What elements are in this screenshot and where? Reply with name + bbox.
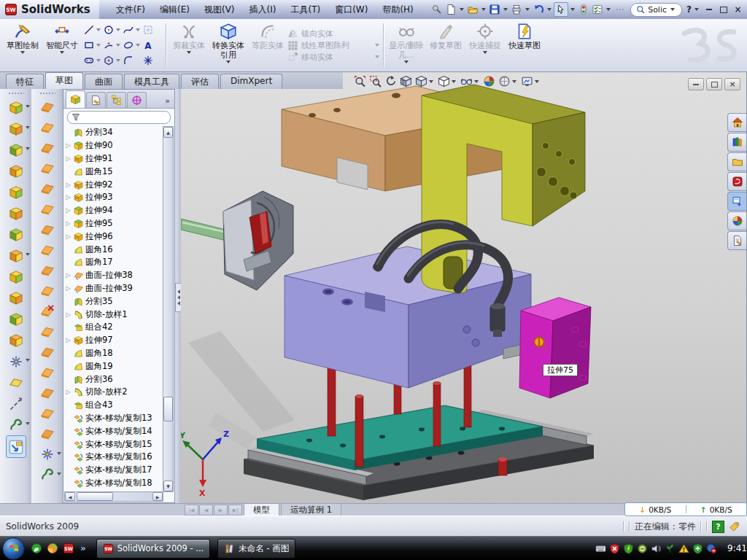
minimize-button[interactable] xyxy=(703,4,715,15)
doc-restore-button[interactable] xyxy=(706,78,722,90)
scene-icon[interactable] xyxy=(498,75,518,88)
search-input[interactable]: Solic xyxy=(630,3,682,17)
chevron-down-icon[interactable] xyxy=(606,8,611,11)
warning-icon[interactable] xyxy=(678,543,689,554)
close-button[interactable]: × xyxy=(732,4,744,15)
freeform-surface-icon[interactable] xyxy=(38,199,57,219)
graphics-viewport[interactable]: Y Z X × 拉伸75 xyxy=(181,72,747,503)
rebuild-icon[interactable] xyxy=(577,3,590,16)
circle-icon[interactable] xyxy=(103,23,123,38)
tree-item[interactable]: ▷切除-放样2 xyxy=(65,386,163,399)
quick-tips-icon[interactable]: ? xyxy=(712,521,724,533)
view-settings-icon[interactable] xyxy=(521,75,541,88)
scroll-down-icon[interactable]: ▼ xyxy=(163,481,173,491)
view-palette-icon[interactable] xyxy=(727,192,746,211)
tree-item[interactable]: 圆角18 xyxy=(65,347,163,360)
move-face-icon[interactable] xyxy=(38,362,57,383)
tree-item[interactable]: 实体-移动/复制15 xyxy=(65,438,163,451)
tab-评估[interactable]: 评估 xyxy=(181,74,219,89)
tree-item[interactable]: 分割36 xyxy=(65,373,163,386)
dimxpertmanager-tab[interactable] xyxy=(127,92,147,108)
expand-icon[interactable]: ▷ xyxy=(65,337,71,343)
boundary-surface-icon[interactable] xyxy=(38,179,57,199)
taskbar-button[interactable]: SWSolidWorks 2009 - ... xyxy=(96,539,211,559)
menu-h[interactable]: 帮助(H) xyxy=(376,1,419,18)
dome-icon[interactable] xyxy=(38,403,57,424)
plane-icon[interactable] xyxy=(7,372,26,393)
tree-item[interactable]: 组合43 xyxy=(65,399,163,412)
chevron-down-icon[interactable] xyxy=(670,8,675,11)
nav-[interactable]: ▶| xyxy=(228,505,242,516)
ejector-stub[interactable] xyxy=(498,457,507,475)
slot-icon[interactable] xyxy=(83,53,103,69)
point-icon[interactable] xyxy=(142,53,162,69)
launcher-icon[interactable] xyxy=(47,542,58,554)
overflow-icon[interactable] xyxy=(613,3,626,16)
shape-icon[interactable] xyxy=(38,424,57,444)
tab-曲面[interactable]: 曲面 xyxy=(85,74,123,89)
new-document-icon[interactable] xyxy=(444,3,457,16)
extruded-boss-icon[interactable] xyxy=(7,97,26,118)
tree-item[interactable]: ▷拉伸93 xyxy=(65,191,163,204)
fillet-surface-icon[interactable] xyxy=(38,281,57,301)
delete-face-icon[interactable] xyxy=(38,301,57,322)
move-copy-body-icon[interactable] xyxy=(7,330,26,351)
doc-close-button[interactable]: × xyxy=(724,78,740,90)
model-tab[interactable]: 模型 xyxy=(244,504,279,516)
display-style-icon[interactable] xyxy=(438,75,457,88)
draft-icon[interactable] xyxy=(7,203,26,224)
replace-face-icon[interactable] xyxy=(38,322,57,342)
tree-item[interactable]: ▷拉伸91 xyxy=(65,152,163,166)
volume-icon[interactable] xyxy=(651,543,662,554)
solidworks-search-icon[interactable] xyxy=(727,172,746,191)
tree-item[interactable]: 分割35 xyxy=(65,295,163,308)
curve-icon[interactable] xyxy=(38,464,57,485)
previous-view-icon[interactable] xyxy=(384,75,397,88)
chevron-down-icon[interactable] xyxy=(460,8,464,11)
resources-home-icon[interactable] xyxy=(727,113,746,132)
split-icon[interactable] xyxy=(7,287,26,308)
sync-blocked-icon[interactable] xyxy=(706,543,717,554)
appearances-icon[interactable] xyxy=(483,75,495,88)
trim-box-icon[interactable] xyxy=(142,23,162,38)
expand-icon[interactable]: ▷ xyxy=(65,207,71,214)
keyboard-icon[interactable] xyxy=(595,543,606,554)
model-tab[interactable]: 运动算例 1 xyxy=(281,504,341,516)
tree-item[interactable]: ▷拉伸96 xyxy=(65,230,163,243)
expand-icon[interactable]: ▷ xyxy=(65,311,71,318)
sprue-bushing-cutaway[interactable] xyxy=(181,191,293,290)
expand-icon[interactable]: ▷ xyxy=(65,220,71,227)
reference-geometry-icon[interactable] xyxy=(7,351,26,372)
tab-草图[interactable]: 草图 xyxy=(45,72,83,89)
rib-icon[interactable] xyxy=(7,160,26,182)
tree-vertical-scrollbar[interactable]: ▲ ▼ xyxy=(163,126,174,492)
expand-icon[interactable]: ▷ xyxy=(65,142,71,149)
update-icon[interactable] xyxy=(637,543,648,554)
expand-icon[interactable]: ▷ xyxy=(65,285,71,292)
zoom-area-icon[interactable] xyxy=(369,75,382,88)
extend-surface-icon[interactable] xyxy=(38,240,57,260)
header-overflow-chevron[interactable]: » xyxy=(165,96,170,106)
axis-icon[interactable] xyxy=(7,393,26,414)
sketch-fillet-icon[interactable] xyxy=(123,53,142,69)
solidworks-quick-icon[interactable]: SW xyxy=(63,542,74,554)
tree-item[interactable]: 圆角19 xyxy=(65,359,163,373)
plant-icon[interactable] xyxy=(665,543,676,554)
antivirus-icon[interactable] xyxy=(609,543,620,554)
expand-icon[interactable]: ▷ xyxy=(65,194,71,201)
scroll-left-icon[interactable]: ◀ xyxy=(65,492,75,501)
arc-icon[interactable] xyxy=(103,38,123,53)
menu-t[interactable]: 工具(T) xyxy=(284,1,327,18)
tree-item[interactable]: 实体-移动/复制14 xyxy=(65,424,163,438)
custom-properties-icon[interactable] xyxy=(727,231,746,250)
quick-launch-chevron[interactable]: » xyxy=(80,543,86,553)
revolve-axis-icon[interactable] xyxy=(38,117,57,138)
ribbon-button-rapid-sketch[interactable]: 快速草图 xyxy=(505,19,544,71)
select-icon[interactable] xyxy=(554,2,568,17)
polygon-icon[interactable] xyxy=(103,53,123,69)
hole-wizard-icon[interactable] xyxy=(7,224,26,245)
expand-icon[interactable]: ▷ xyxy=(65,155,71,162)
chevron-down-icon[interactable] xyxy=(570,8,575,11)
expand-icon[interactable]: ▷ xyxy=(65,272,71,279)
pin-icon[interactable] xyxy=(430,3,444,16)
